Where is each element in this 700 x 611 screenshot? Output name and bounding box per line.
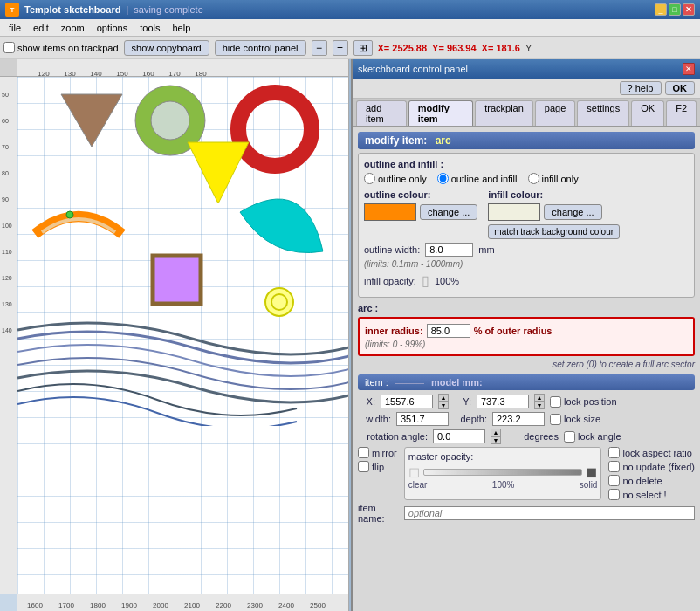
ruler-bottom-tick: 2200 (216, 601, 231, 609)
ruler-tick-v: 100 (2, 223, 12, 229)
lock-checks-col: lock aspect ratio no update (fixed) no d… (608, 447, 695, 500)
hide-control-button[interactable]: hide control panel (215, 40, 306, 56)
svg-marker-0 (61, 94, 122, 147)
outline-only-label: outline only (378, 174, 427, 184)
ruler-tick: 180 (195, 70, 206, 77)
radio-infill-only[interactable]: infill only (528, 173, 579, 184)
ruler-tick-v: 90 (2, 196, 9, 203)
show-trackpad-check[interactable]: show items on trackpad (3, 42, 119, 53)
flip-label: flip (372, 462, 384, 472)
zoom-plus-button[interactable]: + (333, 40, 348, 56)
tab-f2[interactable]: F2 (666, 100, 697, 126)
tab-modify-item[interactable]: modify item (408, 100, 473, 126)
infill-opacity-row: infill opacity: ▯ 100% (364, 272, 689, 289)
help-button[interactable]: ? help (620, 81, 662, 95)
ruler-tick: 130 (64, 70, 75, 77)
infill-change-button[interactable]: change ... (544, 204, 601, 220)
match-background-button[interactable]: match track background colour (488, 224, 620, 239)
svg-marker-4 (188, 142, 249, 203)
zoom-minus-button[interactable]: − (312, 40, 327, 56)
x-input[interactable] (381, 395, 433, 408)
x-stepper[interactable]: ▲ ▼ (438, 394, 449, 409)
opacity-icon: ▯ (422, 272, 429, 289)
menu-file[interactable]: file (3, 21, 26, 35)
canvas-area[interactable]: 120 130 140 150 160 170 180 50 60 70 80 … (0, 59, 349, 611)
outline-change-button[interactable]: change ... (420, 204, 477, 220)
mirror-check[interactable]: mirror (358, 447, 397, 458)
menu-help[interactable]: help (167, 21, 196, 35)
close-button[interactable]: ✕ (683, 3, 695, 16)
tab-ok[interactable]: OK (631, 100, 664, 126)
opacity-solid-label: solid (580, 480, 598, 490)
maximize-button[interactable]: □ (669, 3, 681, 16)
no-select-check[interactable]: no select ! (608, 489, 695, 500)
y-stepper[interactable]: ▲ ▼ (534, 394, 545, 409)
ruler-bottom-tick: 1700 (58, 601, 74, 609)
mirror-col: mirror flip (358, 447, 397, 500)
ruler-tick-v: 110 (2, 249, 12, 255)
menu-tools[interactable]: tools (134, 21, 165, 35)
modify-item-header: modify item: arc (358, 132, 695, 149)
width-input[interactable] (396, 412, 449, 426)
rotation-step-down[interactable]: ▼ (491, 436, 501, 444)
lock-size-check[interactable]: lock size (550, 414, 600, 425)
radio-outline-only[interactable]: outline only (364, 173, 427, 184)
radio-group: outline only outline and infill infill o… (364, 173, 689, 184)
item-name-input[interactable] (404, 506, 695, 520)
x-step-down[interactable]: ▼ (438, 402, 449, 409)
ruler-tick: 120 (38, 70, 49, 77)
x-step-up[interactable]: ▲ (438, 394, 449, 402)
cp-title: sketchboard control panel (358, 64, 468, 74)
minimize-button[interactable]: _ (655, 3, 667, 16)
main-area: 120 130 140 150 160 170 180 50 60 70 80 … (0, 59, 700, 611)
tab-page[interactable]: page (535, 100, 575, 126)
rotation-step-up[interactable]: ▲ (491, 429, 501, 436)
outline-width-input[interactable] (425, 243, 473, 257)
canvas-content[interactable] (17, 77, 348, 594)
no-select-label: no select ! (622, 490, 666, 500)
menu-edit[interactable]: edit (28, 21, 54, 35)
rotation-stepper[interactable]: ▲ ▼ (491, 429, 501, 444)
inner-radius-input[interactable] (427, 324, 470, 338)
tab-trackplan[interactable]: trackplan (475, 100, 533, 126)
flip-check[interactable]: flip (358, 461, 397, 472)
cp-close-button[interactable]: ✕ (683, 63, 695, 75)
tab-settings[interactable]: settings (577, 100, 629, 126)
y-step-down[interactable]: ▼ (534, 402, 545, 409)
radio-outline-infill[interactable]: outline and infill (437, 173, 518, 184)
y-step-up[interactable]: ▲ (534, 394, 545, 402)
tab-add-item[interactable]: add item (356, 100, 407, 126)
item-section-header: item : ——— model mm: (358, 374, 695, 390)
ruler-tick: 160 (142, 70, 154, 77)
show-copyboard-button[interactable]: show copyboard (124, 40, 209, 56)
ruler-tick: 150 (116, 70, 127, 77)
item-section: item : ——— model mm: X: ▲ ▼ Y: ▲ (358, 374, 695, 524)
menu-zoom[interactable]: zoom (56, 21, 90, 35)
coord-y2-label: Y (525, 43, 532, 53)
ruler-bottom-tick: 1800 (90, 601, 106, 609)
lock-aspect-check[interactable]: lock aspect ratio (608, 447, 695, 458)
x-label: X: (358, 396, 375, 407)
infill-colour-swatch[interactable] (488, 203, 540, 221)
arc-hint: (limits: 0 - 99%) (365, 340, 688, 349)
outline-colour-swatch[interactable] (364, 203, 416, 221)
xy-row: X: ▲ ▼ Y: ▲ ▼ lock position (358, 394, 695, 409)
outline-infill-section: outline and infill : outline only outlin… (358, 153, 695, 298)
rotation-row: rotation angle: ▲ ▼ degrees lock angle (358, 429, 695, 444)
lock-position-check[interactable]: lock position (550, 396, 617, 408)
window-controls: _ □ ✕ (655, 3, 695, 16)
depth-input[interactable] (492, 412, 545, 426)
width-depth-row: width: depth: lock size (358, 412, 695, 426)
lock-angle-check[interactable]: lock angle (564, 431, 621, 443)
model-mm-label: model mm: (431, 377, 483, 388)
menu-options[interactable]: options (92, 21, 133, 35)
ruler-tick-v: 140 (2, 327, 12, 333)
panel-ok-button[interactable]: OK (665, 81, 696, 95)
trackpad-checkbox[interactable] (3, 42, 15, 53)
opacity-track[interactable] (423, 469, 583, 476)
rotation-input[interactable] (433, 429, 485, 443)
no-update-check[interactable]: no update (fixed) (608, 461, 695, 472)
no-delete-check[interactable]: no delete (608, 475, 695, 486)
zoom-fit-button[interactable]: ⊞ (353, 40, 373, 56)
y-input[interactable] (477, 395, 529, 408)
